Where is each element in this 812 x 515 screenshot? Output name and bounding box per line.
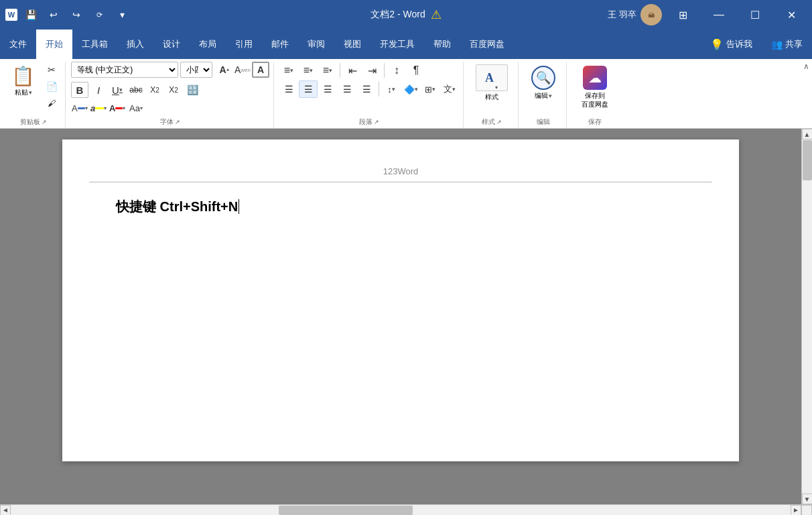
customize-quick-access-btn[interactable]: ▾ (113, 5, 131, 24)
menu-toolbox[interactable]: 工具箱 (72, 30, 117, 59)
font-size-selector[interactable]: 小四 (180, 62, 212, 78)
undo-btn[interactable]: ↩ (44, 5, 63, 24)
numbering-btn[interactable]: ≡▾ (299, 62, 318, 79)
doc-wrapper[interactable]: 123Word 快捷键 Ctrl+Shift+N (0, 129, 801, 504)
doc-content[interactable]: 快捷键 Ctrl+Shift+N (116, 196, 685, 397)
scroll-right-btn[interactable]: ► (791, 505, 801, 516)
menu-design[interactable]: 设计 (153, 30, 190, 59)
styles-btn[interactable]: A ▾ 样式 (473, 62, 511, 105)
menu-help[interactable]: 帮助 (424, 30, 460, 59)
sort-btn[interactable]: ↕ (387, 62, 406, 79)
menu-baidu[interactable]: 百度网盘 (460, 30, 514, 59)
italic-btn[interactable]: I (90, 82, 107, 98)
save-content: ☁ 保存到百度网盘 (572, 62, 618, 116)
bullets-btn[interactable]: ≡▾ (279, 62, 298, 79)
paste-btn[interactable]: 📋 粘贴▾ (5, 62, 41, 111)
ribbon-display-btn[interactable]: ⊞ (667, 5, 698, 25)
bold-btn[interactable]: B (71, 82, 88, 98)
text-highlight-color-btn[interactable]: A ▾ (71, 100, 88, 116)
font-size-increase-btn[interactable]: A+ (216, 62, 233, 78)
minimize-btn[interactable]: — (703, 5, 734, 25)
save-baidu-label: 保存到百度网盘 (582, 91, 608, 109)
scroll-corner (801, 505, 812, 516)
scroll-up-btn[interactable]: ▲ (802, 129, 813, 139)
shading-btn[interactable]: 🔷▾ (401, 80, 420, 98)
para-list-row: ≡▾ ≡▾ ≡▾ ⇤ ⇥ ↕ ¶ (279, 62, 425, 79)
scroll-left-btn[interactable]: ◄ (0, 505, 11, 516)
distribute-btn[interactable]: ☰ (357, 80, 376, 98)
increase-indent-btn[interactable]: ⇥ (362, 62, 381, 79)
ribbon-collapse-btn[interactable]: ∧ (800, 59, 812, 74)
menu-insert[interactable]: 插入 (117, 30, 153, 59)
styles-preview: A ▾ (476, 64, 508, 91)
format-painter-btn[interactable]: 🖌 (42, 95, 61, 111)
doc-page[interactable]: 123Word 快捷键 Ctrl+Shift+N (62, 139, 739, 461)
menu-file[interactable]: 文件 (0, 30, 36, 59)
close-btn[interactable]: ✕ (776, 5, 807, 25)
scroll-down-btn[interactable]: ▼ (802, 494, 813, 504)
subscript-btn[interactable]: X2 (146, 82, 163, 98)
menu-references[interactable]: 引用 (226, 30, 262, 59)
font-size-btns: A+ Awén A (216, 62, 269, 78)
change-case-btn[interactable]: Aa▾ (127, 100, 145, 116)
font-expand-icon[interactable]: ↗ (175, 119, 180, 125)
main-area: 123Word 快捷键 Ctrl+Shift+N ▲ ▼ ◄ (0, 129, 812, 515)
v-scroll-thumb[interactable] (803, 140, 812, 180)
styles-expand-icon[interactable]: ↗ (496, 119, 502, 125)
clipboard-content: 📋 粘贴▾ ✂ 📄 🖌 (5, 62, 61, 116)
show-marks-btn[interactable]: ¶ (407, 62, 425, 79)
menu-review[interactable]: 审阅 (298, 30, 334, 59)
tell-me-btn[interactable]: 💡 告诉我 (701, 30, 762, 59)
styles-content: A ▾ 样式 (469, 62, 514, 116)
text-highlight-btn[interactable]: a ▾ (90, 100, 107, 116)
multilevel-list-btn[interactable]: ≡▾ (318, 62, 337, 79)
align-center-btn[interactable]: ☰ (299, 80, 318, 98)
menu-developer[interactable]: 开发工具 (370, 30, 424, 59)
superscript-btn[interactable]: X2 (165, 82, 182, 98)
copy-btn[interactable]: 📄 (42, 78, 61, 95)
font-color-btn[interactable]: A ▾ (109, 100, 126, 116)
warning-icon: ⚠ (431, 7, 442, 22)
asian-layout-btn[interactable]: 文▾ (440, 80, 459, 98)
clipboard-expand-icon[interactable]: ↗ (42, 119, 47, 125)
title-right: 王 羽卒 🏔 ⊞ — ☐ ✕ (608, 4, 807, 25)
menu-home[interactable]: 开始 (36, 30, 72, 59)
align-left-btn[interactable]: ☰ (279, 80, 298, 98)
clipboard-small-btns: ✂ 📄 🖌 (42, 62, 61, 111)
ribbon-group-paragraph: ≡▾ ≡▾ ≡▾ ⇤ ⇥ ↕ ¶ ☰ ☰ ☰ ☰ (275, 62, 464, 128)
font-size-decrease-btn[interactable]: A (252, 62, 269, 78)
repeat-btn[interactable]: ⟳ (90, 5, 109, 24)
menu-mail[interactable]: 邮件 (262, 30, 298, 59)
h-scroll-thumb[interactable] (279, 506, 413, 515)
strikethrough-btn[interactable]: abc (127, 82, 145, 98)
justify-btn[interactable]: ☰ (338, 80, 356, 98)
restore-btn[interactable]: ☐ (740, 5, 770, 25)
underline-btn[interactable]: U▾ (109, 82, 126, 98)
user-avatar[interactable]: 🏔 (640, 4, 662, 25)
align-right-btn[interactable]: ☰ (318, 80, 337, 98)
redo-btn[interactable]: ↪ (67, 5, 86, 24)
v-scroll-track[interactable] (802, 139, 813, 494)
clipboard-label: 剪贴板 ↗ (5, 116, 61, 128)
cut-btn[interactable]: ✂ (42, 62, 61, 78)
font-a-format-btn[interactable]: Awén (234, 62, 251, 78)
save-quick-btn[interactable]: 💾 (21, 5, 40, 24)
line-spacing-btn[interactable]: ↕▾ (382, 80, 401, 98)
clear-format-btn[interactable]: 🔡 (184, 82, 201, 98)
editing-btn[interactable]: 🔍 编辑▾ (525, 62, 562, 103)
share-btn[interactable]: 👥 共享 (762, 30, 812, 59)
ribbon-group-clipboard: 📋 粘贴▾ ✂ 📄 🖌 剪贴板 ↗ (1, 62, 66, 128)
header-line (89, 182, 712, 182)
h-scroll-track[interactable] (11, 505, 791, 516)
editing-icon: 🔍 (527, 64, 559, 91)
title-left: W 💾 ↩ ↪ ⟳ ▾ (5, 5, 131, 24)
para-expand-icon[interactable]: ↗ (374, 119, 379, 125)
save-baidu-btn[interactable]: ☁ 保存到百度网盘 (576, 62, 614, 111)
font-name-row: 等线 (中文正文) 小四 A+ Awén A (71, 62, 269, 78)
decrease-indent-btn[interactable]: ⇤ (343, 62, 362, 79)
menu-view[interactable]: 视图 (334, 30, 370, 59)
doc-text: 快捷键 Ctrl+Shift+N (116, 199, 238, 214)
menu-layout[interactable]: 布局 (190, 30, 226, 59)
font-selector[interactable]: 等线 (中文正文) (71, 62, 178, 78)
borders-btn[interactable]: ⊞▾ (421, 80, 439, 98)
